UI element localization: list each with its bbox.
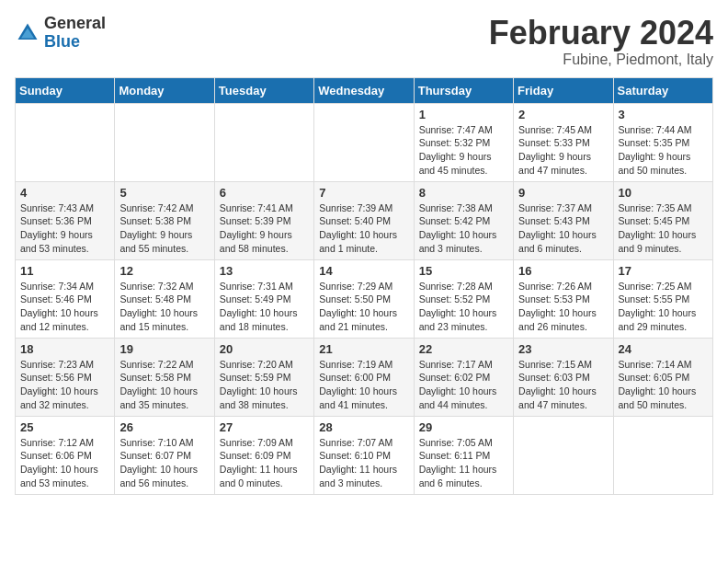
calendar-cell: 8Sunrise: 7:38 AM Sunset: 5:42 PM Daylig… [414, 181, 513, 259]
day-number: 18 [20, 342, 109, 356]
day-of-week-header: Sunday [16, 77, 115, 103]
calendar-cell [514, 416, 613, 494]
day-number: 6 [220, 186, 309, 200]
calendar-cell: 12Sunrise: 7:32 AM Sunset: 5:48 PM Dayli… [115, 259, 214, 338]
calendar-cell: 2Sunrise: 7:45 AM Sunset: 5:33 PM Daylig… [514, 103, 613, 181]
logo-general: General [44, 15, 106, 33]
day-info: Sunrise: 7:15 AM Sunset: 6:03 PM Dayligh… [518, 358, 608, 412]
calendar-cell: 1Sunrise: 7:47 AM Sunset: 5:32 PM Daylig… [414, 103, 513, 181]
calendar-cell: 15Sunrise: 7:28 AM Sunset: 5:52 PM Dayli… [414, 259, 513, 338]
day-of-week-header: Monday [115, 77, 214, 103]
day-info: Sunrise: 7:09 AM Sunset: 6:09 PM Dayligh… [220, 436, 309, 490]
calendar-cell: 14Sunrise: 7:29 AM Sunset: 5:50 PM Dayli… [314, 259, 414, 338]
calendar-cell: 26Sunrise: 7:10 AM Sunset: 6:07 PM Dayli… [115, 416, 214, 494]
day-info: Sunrise: 7:26 AM Sunset: 5:53 PM Dayligh… [518, 280, 608, 334]
day-number: 13 [220, 264, 309, 278]
page-header: General Blue February 2024 Fubine, Piedm… [15, 15, 713, 68]
calendar-table: SundayMondayTuesdayWednesdayThursdayFrid… [15, 77, 713, 495]
day-number: 29 [419, 420, 508, 434]
day-number: 14 [319, 264, 408, 278]
calendar-cell: 9Sunrise: 7:37 AM Sunset: 5:43 PM Daylig… [514, 181, 613, 259]
day-info: Sunrise: 7:47 AM Sunset: 5:32 PM Dayligh… [419, 123, 508, 178]
day-info: Sunrise: 7:20 AM Sunset: 5:59 PM Dayligh… [220, 358, 309, 412]
logo-icon [15, 20, 40, 46]
calendar-cell: 6Sunrise: 7:41 AM Sunset: 5:39 PM Daylig… [214, 181, 313, 259]
calendar-cell [613, 416, 712, 494]
day-info: Sunrise: 7:44 AM Sunset: 5:35 PM Dayligh… [619, 123, 708, 178]
calendar-cell [314, 103, 414, 181]
day-info: Sunrise: 7:28 AM Sunset: 5:52 PM Dayligh… [419, 280, 508, 334]
day-number: 2 [518, 108, 608, 121]
calendar-cell: 17Sunrise: 7:25 AM Sunset: 5:55 PM Dayli… [613, 259, 712, 338]
day-of-week-header: Saturday [613, 77, 712, 103]
day-number: 10 [619, 186, 708, 200]
day-number: 5 [119, 186, 209, 200]
day-number: 7 [319, 186, 408, 200]
calendar-cell: 21Sunrise: 7:19 AM Sunset: 6:00 PM Dayli… [314, 338, 414, 416]
calendar-cell [16, 103, 115, 181]
calendar-cell: 3Sunrise: 7:44 AM Sunset: 5:35 PM Daylig… [613, 103, 712, 181]
day-of-week-header: Tuesday [214, 77, 313, 103]
day-info: Sunrise: 7:39 AM Sunset: 5:40 PM Dayligh… [319, 201, 408, 256]
calendar-cell: 25Sunrise: 7:12 AM Sunset: 6:06 PM Dayli… [16, 416, 115, 494]
day-number: 4 [20, 186, 109, 200]
day-number: 20 [220, 342, 309, 356]
day-info: Sunrise: 7:05 AM Sunset: 6:11 PM Dayligh… [419, 436, 508, 490]
calendar-header-row: SundayMondayTuesdayWednesdayThursdayFrid… [16, 77, 713, 103]
logo: General Blue [15, 15, 106, 52]
calendar-cell: 5Sunrise: 7:42 AM Sunset: 5:38 PM Daylig… [115, 181, 214, 259]
calendar-week-row: 18Sunrise: 7:23 AM Sunset: 5:56 PM Dayli… [16, 338, 713, 416]
calendar-cell: 20Sunrise: 7:20 AM Sunset: 5:59 PM Dayli… [214, 338, 313, 416]
calendar-week-row: 11Sunrise: 7:34 AM Sunset: 5:46 PM Dayli… [16, 259, 713, 338]
day-number: 17 [619, 264, 708, 278]
day-number: 3 [619, 108, 708, 121]
day-info: Sunrise: 7:07 AM Sunset: 6:10 PM Dayligh… [319, 436, 408, 490]
day-info: Sunrise: 7:17 AM Sunset: 6:02 PM Dayligh… [419, 358, 508, 412]
day-info: Sunrise: 7:10 AM Sunset: 6:07 PM Dayligh… [119, 436, 209, 490]
day-info: Sunrise: 7:41 AM Sunset: 5:39 PM Dayligh… [220, 201, 309, 256]
main-title: February 2024 [489, 15, 713, 52]
day-number: 19 [119, 342, 209, 356]
day-info: Sunrise: 7:34 AM Sunset: 5:46 PM Dayligh… [20, 280, 109, 334]
day-number: 11 [20, 264, 109, 278]
day-info: Sunrise: 7:43 AM Sunset: 5:36 PM Dayligh… [20, 201, 109, 256]
day-number: 26 [119, 420, 209, 434]
day-info: Sunrise: 7:22 AM Sunset: 5:58 PM Dayligh… [119, 358, 209, 412]
calendar-cell: 13Sunrise: 7:31 AM Sunset: 5:49 PM Dayli… [214, 259, 313, 338]
day-info: Sunrise: 7:19 AM Sunset: 6:00 PM Dayligh… [319, 358, 408, 412]
calendar-cell: 24Sunrise: 7:14 AM Sunset: 6:05 PM Dayli… [613, 338, 712, 416]
location-subtitle: Fubine, Piedmont, Italy [489, 52, 713, 68]
calendar-cell: 18Sunrise: 7:23 AM Sunset: 5:56 PM Dayli… [16, 338, 115, 416]
day-info: Sunrise: 7:35 AM Sunset: 5:45 PM Dayligh… [619, 201, 708, 256]
calendar-cell: 4Sunrise: 7:43 AM Sunset: 5:36 PM Daylig… [16, 181, 115, 259]
calendar-cell: 27Sunrise: 7:09 AM Sunset: 6:09 PM Dayli… [214, 416, 313, 494]
title-block: February 2024 Fubine, Piedmont, Italy [489, 15, 713, 68]
day-info: Sunrise: 7:42 AM Sunset: 5:38 PM Dayligh… [119, 201, 209, 256]
calendar-cell: 29Sunrise: 7:05 AM Sunset: 6:11 PM Dayli… [414, 416, 513, 494]
day-number: 9 [518, 186, 608, 200]
day-of-week-header: Thursday [414, 77, 513, 103]
calendar-cell: 19Sunrise: 7:22 AM Sunset: 5:58 PM Dayli… [115, 338, 214, 416]
day-number: 27 [220, 420, 309, 434]
day-info: Sunrise: 7:23 AM Sunset: 5:56 PM Dayligh… [20, 358, 109, 412]
day-info: Sunrise: 7:29 AM Sunset: 5:50 PM Dayligh… [319, 280, 408, 334]
calendar-cell: 10Sunrise: 7:35 AM Sunset: 5:45 PM Dayli… [613, 181, 712, 259]
day-number: 28 [319, 420, 408, 434]
calendar-cell: 7Sunrise: 7:39 AM Sunset: 5:40 PM Daylig… [314, 181, 414, 259]
calendar-cell [214, 103, 313, 181]
day-number: 25 [20, 420, 109, 434]
day-info: Sunrise: 7:37 AM Sunset: 5:43 PM Dayligh… [518, 201, 608, 256]
day-info: Sunrise: 7:25 AM Sunset: 5:55 PM Dayligh… [619, 280, 708, 334]
day-number: 1 [419, 108, 508, 121]
day-number: 15 [419, 264, 508, 278]
day-number: 22 [419, 342, 508, 356]
calendar-cell: 11Sunrise: 7:34 AM Sunset: 5:46 PM Dayli… [16, 259, 115, 338]
logo-text: General Blue [44, 15, 106, 52]
day-info: Sunrise: 7:14 AM Sunset: 6:05 PM Dayligh… [619, 358, 708, 412]
day-number: 8 [419, 186, 508, 200]
day-number: 16 [518, 264, 608, 278]
logo-blue: Blue [44, 33, 106, 52]
day-info: Sunrise: 7:45 AM Sunset: 5:33 PM Dayligh… [518, 123, 608, 178]
day-of-week-header: Wednesday [314, 77, 414, 103]
calendar-cell: 22Sunrise: 7:17 AM Sunset: 6:02 PM Dayli… [414, 338, 513, 416]
